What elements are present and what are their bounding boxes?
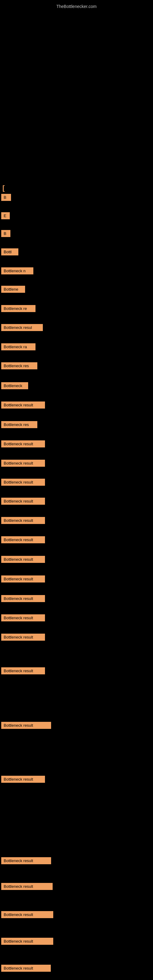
bottleneck-result-label: Bottleneck res — [1, 420, 37, 430]
bottleneck-result-label: E — [1, 211, 10, 221]
bottleneck-result-label: Bottleneck result — [1, 401, 45, 411]
bottleneck-result-label: Bottleneck result — [1, 439, 45, 450]
bracket: [ — [2, 184, 5, 192]
bottleneck-result-label: Bottlene — [1, 285, 25, 295]
bottleneck-result-label: Bottleneck result — [1, 497, 45, 507]
bottleneck-result-label: Bottleneck result — [1, 516, 45, 526]
bottleneck-result-label: Bottleneck result — [1, 478, 45, 488]
bottleneck-result-label: Bottleneck ra — [1, 342, 35, 353]
bottleneck-result-label: Bottleneck result — [1, 856, 51, 866]
bottleneck-result-label: Bottleneck result — [1, 910, 53, 920]
bottleneck-result-label: Bottl — [1, 247, 18, 258]
bottleneck-result-label: Bottleneck result — [1, 775, 45, 785]
site-title: TheBottlenecker.com — [0, 2, 153, 11]
bottleneck-result-label: B — [1, 229, 10, 239]
bottleneck-result-label: Bottleneck result — [1, 613, 45, 624]
bottleneck-result-label: Bottleneck result — [1, 964, 51, 974]
bottleneck-result-label: B — [1, 193, 11, 203]
bottleneck-result-label: Bottleneck — [1, 381, 28, 391]
bottleneck-result-label: Bottleneck result — [1, 459, 45, 469]
bottleneck-result-label: Bottleneck re — [1, 304, 35, 314]
bottleneck-result-label: Bottleneck result — [1, 574, 45, 585]
bottleneck-result-label: Bottleneck result — [1, 667, 45, 676]
bottleneck-result-label: Bottleneck result — [1, 937, 53, 947]
bottleneck-result-label: Bottleneck result — [1, 594, 45, 604]
bottleneck-result-label: Bottleneck result — [1, 721, 51, 731]
bottleneck-result-label: Bottleneck resul — [1, 323, 43, 333]
bottleneck-result-label: Bottleneck result — [1, 555, 45, 565]
bottleneck-result-label: Bottleneck result — [1, 882, 53, 892]
bottleneck-result-label: Bottleneck result — [1, 535, 45, 546]
bottleneck-result-label: Bottleneck res — [1, 361, 37, 371]
bottleneck-result-label: Bottleneck n — [1, 266, 33, 277]
bottleneck-result-label: Bottleneck result — [1, 633, 45, 643]
